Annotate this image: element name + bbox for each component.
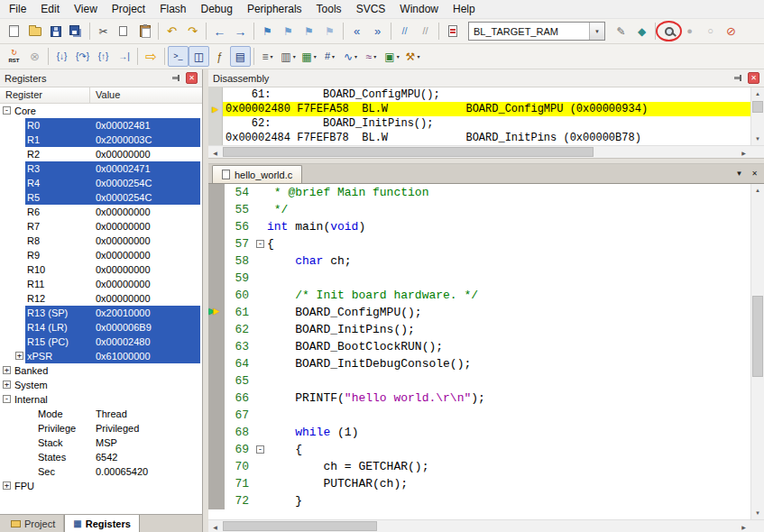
fold-marker-icon[interactable]: - (256, 445, 264, 454)
disassembly-horizontal-scrollbar[interactable]: ◀ ▶ (208, 145, 764, 158)
bookmark-toggle-button[interactable]: ⚑ (257, 21, 278, 41)
code-area[interactable]: 54 * @brief Main function55 */56int main… (208, 184, 750, 519)
code-line-58[interactable]: 58 char ch; (208, 252, 750, 270)
bookmark-next-button[interactable]: ⚑ (299, 21, 319, 41)
open-file-button[interactable] (24, 21, 45, 41)
chevron-down-icon[interactable]: ▾ (354, 53, 357, 60)
register-row-r15-pc[interactable]: R15 (PC)0x00002480 (0, 335, 202, 349)
register-row-stack[interactable]: StackMSP (0, 436, 202, 450)
undo-button[interactable]: ↶ (161, 21, 182, 41)
scrollbar-track[interactable] (751, 197, 764, 507)
debug-session-button[interactable] (658, 21, 679, 41)
register-row-r7[interactable]: R70x00000000 (0, 219, 202, 234)
code-line-65[interactable]: 65 (208, 372, 750, 390)
tree-expander-icon[interactable]: + (15, 352, 23, 360)
register-row-mode[interactable]: ModeThread (0, 407, 202, 421)
register-row-banked[interactable]: +Banked (0, 363, 202, 378)
disassembly-line[interactable]: 0x00002484 F7FEFB78 BL.W BOARD_InitPins … (223, 131, 750, 145)
copy-button[interactable] (114, 21, 134, 41)
value-column-label[interactable]: Value (90, 87, 202, 103)
tree-expander-icon[interactable]: - (3, 106, 11, 115)
breakpoint-gutter[interactable] (208, 355, 225, 372)
register-row-r5[interactable]: R50x0000254C (0, 190, 202, 205)
menu-edit[interactable]: Edit (33, 0, 67, 18)
system-viewer-window-button[interactable]: ▣▾ (382, 46, 402, 67)
chevron-down-icon[interactable]: ▾ (293, 53, 296, 60)
code-line-62[interactable]: 62 BOARD_InitPins(); (208, 321, 750, 338)
disassembly-margin[interactable]: ► (208, 87, 223, 145)
register-row-r12[interactable]: R120x00000000 (0, 291, 202, 306)
menu-window[interactable]: Window (392, 0, 446, 18)
tree-expander-icon[interactable]: + (3, 366, 11, 374)
register-row-r0[interactable]: R00x00002481 (0, 118, 202, 133)
watch-window-button[interactable]: ▥▾ (278, 46, 299, 67)
tab-hello-world-c[interactable]: hello_world.c (212, 165, 302, 183)
menu-help[interactable]: Help (446, 0, 483, 18)
menu-peripherals[interactable]: Peripherals (240, 0, 309, 18)
code-line-59[interactable]: 59 (208, 270, 750, 287)
register-row-r4[interactable]: R40x0000254C (0, 176, 202, 190)
scroll-left-icon[interactable]: ◀ (208, 520, 222, 532)
scroll-down-icon[interactable]: ▼ (751, 133, 764, 145)
scroll-up-icon[interactable]: ▲ (751, 87, 764, 100)
breakpoint-gutter[interactable] (208, 270, 225, 287)
breakpoint-gutter[interactable]: ►► (208, 304, 225, 321)
breakpoint-gutter[interactable] (208, 458, 225, 475)
menu-view[interactable]: View (67, 0, 105, 18)
close-icon[interactable]: ✕ (748, 72, 759, 84)
register-row-r3[interactable]: R30x00002471 (0, 161, 202, 176)
code-line-67[interactable]: 67 (208, 407, 750, 424)
scroll-up-icon[interactable]: ▲ (751, 184, 764, 197)
breakpoint-gutter[interactable] (208, 201, 225, 218)
breakpoint-gutter[interactable] (208, 218, 225, 235)
scrollbar-track[interactable] (751, 100, 764, 133)
scrollbar-track[interactable] (222, 520, 737, 532)
register-row-fpu[interactable]: +FPU (0, 479, 202, 493)
trace-window-button[interactable]: ≈▾ (361, 46, 382, 67)
breakpoint-gutter[interactable] (208, 407, 225, 424)
unindent-button[interactable]: « (346, 21, 367, 41)
scrollbar-thumb[interactable] (752, 101, 763, 113)
paste-button[interactable] (134, 21, 155, 41)
chevron-down-icon[interactable]: ▼ (589, 23, 604, 40)
breakpoint-gutter[interactable] (208, 321, 225, 338)
code-line-69[interactable]: 69- { (208, 441, 750, 458)
register-row-privilege[interactable]: PrivilegePrivileged (0, 421, 202, 436)
registers-window-button[interactable]: ▤ (230, 46, 251, 67)
breakpoint-gutter[interactable] (208, 492, 225, 509)
editor-vertical-scrollbar[interactable]: ▲ ▼ (750, 184, 764, 519)
register-row-system[interactable]: +System (0, 378, 202, 392)
kill-all-breakpoints-button[interactable]: ⊘ (721, 21, 741, 41)
cut-button[interactable]: ✂ (93, 21, 114, 41)
code-line-64[interactable]: 64 BOARD_InitDebugConsole(); (208, 355, 750, 372)
disassembly-line[interactable]: 61: BOARD_ConfigMPU(); (223, 87, 750, 102)
scroll-left-icon[interactable]: ◀ (208, 146, 222, 159)
analysis-window-button[interactable]: ∿▾ (340, 46, 361, 67)
redo-button[interactable]: ↷ (182, 21, 203, 41)
stop-button[interactable]: ⊗ (24, 46, 45, 67)
tab-registers[interactable]: ▦Registers (64, 515, 140, 532)
menu-flash[interactable]: Flash (152, 0, 193, 18)
breakpoint-gutter[interactable] (208, 390, 225, 407)
register-row-r13-sp[interactable]: R13 (SP)0x20010000 (0, 306, 202, 320)
register-row-r11[interactable]: R110x00000000 (0, 277, 202, 291)
step-into-button[interactable]: {↓} (51, 46, 72, 67)
register-row-r14-lr[interactable]: R14 (LR)0x000006B9 (0, 320, 202, 335)
bookmark-previous-button[interactable]: ⚑ (278, 21, 299, 41)
manage-rte-button[interactable]: ◆ (631, 21, 652, 41)
register-row-xpsr[interactable]: +xPSR0x61000000 (0, 349, 202, 363)
step-out-button[interactable]: {↑} (93, 46, 114, 67)
insert-breakpoint-button[interactable]: ● (679, 21, 700, 41)
register-row-r6[interactable]: R60x00000000 (0, 205, 202, 219)
navigate-forward-button[interactable]: → (230, 21, 251, 41)
horizontal-splitter[interactable] (208, 158, 764, 164)
code-line-54[interactable]: 54 * @brief Main function (208, 184, 750, 201)
disassembly-current-line[interactable]: 0x00002480 F7FEFA58 BL.W BOARD_ConfigMPU… (223, 102, 750, 116)
pin-icon[interactable] (733, 72, 744, 84)
call-stack-window-button[interactable]: ≡▾ (257, 46, 278, 67)
menu-project[interactable]: Project (105, 0, 152, 18)
run-to-cursor-button[interactable]: →| (114, 46, 134, 67)
options-for-target-button[interactable]: ✎ (611, 21, 631, 41)
code-line-57[interactable]: 57-{ (208, 235, 750, 252)
chevron-down-icon[interactable]: ▾ (417, 53, 419, 60)
